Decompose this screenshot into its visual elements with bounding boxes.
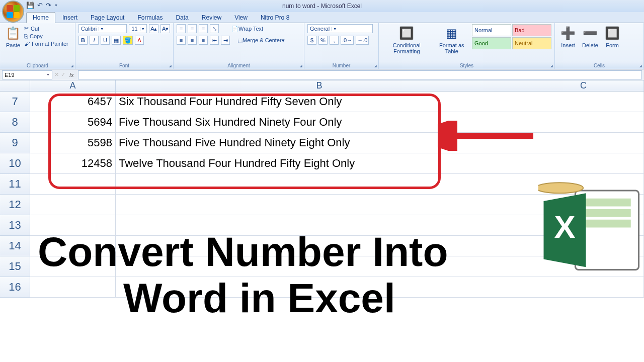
align-bottom-button[interactable]: ≡	[199, 24, 208, 33]
copy-button[interactable]: ⎘Copy	[24, 33, 68, 39]
cell[interactable]: 5598	[30, 133, 116, 153]
row-header[interactable]: 13	[0, 215, 30, 236]
save-icon[interactable]: 💾	[26, 2, 34, 9]
cut-button[interactable]: ✂Cut	[24, 25, 68, 32]
font-color-button[interactable]: A	[135, 36, 144, 45]
tab-home[interactable]: Home	[26, 12, 55, 23]
underline-button[interactable]: U	[101, 36, 110, 45]
align-center-button[interactable]: ≡	[188, 36, 197, 45]
align-top-button[interactable]: ≡	[177, 24, 186, 33]
cell[interactable]	[523, 112, 644, 133]
cell[interactable]	[116, 195, 523, 215]
cell[interactable]: 5694	[30, 112, 116, 133]
column-header-b[interactable]: B	[116, 80, 523, 91]
ribbon-tabs: Home Insert Page Layout Formulas Data Re…	[0, 12, 644, 23]
border-button[interactable]: ▦	[112, 36, 121, 45]
shrink-font-button[interactable]: A▾	[160, 24, 170, 33]
number-format-select[interactable]: General▼	[307, 24, 373, 33]
tab-insert[interactable]: Insert	[56, 13, 84, 23]
cell[interactable]	[523, 133, 644, 153]
format-painter-button[interactable]: 🖌Format Painter	[24, 41, 68, 47]
cell[interactable]	[523, 153, 644, 174]
group-label-number: Number	[304, 63, 378, 68]
italic-button[interactable]: I	[90, 36, 99, 45]
row-header[interactable]: 7	[0, 92, 30, 112]
orientation-button[interactable]: ⤡	[210, 24, 219, 33]
tab-formulas[interactable]: Formulas	[131, 13, 169, 23]
copy-icon: ⎘	[24, 33, 28, 39]
office-button[interactable]	[2, 1, 24, 23]
cell[interactable]	[30, 277, 116, 298]
style-bad[interactable]: Bad	[512, 24, 551, 36]
cell[interactable]: Twelve Thousand Four Hundred Fifty Eight…	[116, 153, 523, 174]
fill-color-button[interactable]: 🪣	[123, 36, 133, 45]
enter-icon: ✓	[61, 71, 65, 78]
row-header[interactable]: 11	[0, 174, 30, 195]
align-middle-button[interactable]: ≡	[188, 24, 197, 33]
row-header[interactable]: 14	[0, 236, 30, 256]
row-header[interactable]: 15	[0, 256, 30, 277]
cell[interactable]	[523, 92, 644, 112]
grow-font-button[interactable]: A▴	[149, 24, 158, 33]
style-good[interactable]: Good	[472, 37, 511, 49]
cell[interactable]	[30, 195, 116, 215]
increase-indent-button[interactable]: ⇥	[221, 36, 230, 45]
qat-dropdown-icon[interactable]: ▼	[54, 4, 58, 7]
merge-center-button[interactable]: ⬚ Merge & Center ▾	[236, 36, 286, 45]
cell[interactable]: Five Thousand Five Hundred Ninety Eight …	[116, 133, 523, 153]
increase-decimal-button[interactable]: .0→	[341, 36, 354, 45]
style-normal[interactable]: Normal	[472, 24, 511, 36]
currency-button[interactable]: $	[307, 36, 316, 45]
font-size-select[interactable]: 11▼	[129, 24, 147, 33]
row-header[interactable]: 8	[0, 112, 30, 133]
row-header[interactable]: 10	[0, 153, 30, 174]
tab-review[interactable]: Review	[196, 13, 227, 23]
format-as-table-button[interactable]: ▦Format as Table	[434, 24, 470, 55]
cell[interactable]	[116, 174, 523, 195]
row-header[interactable]: 9	[0, 133, 30, 153]
brush-icon: 🖌	[24, 41, 30, 47]
bold-button[interactable]: B	[78, 36, 88, 45]
decrease-indent-button[interactable]: ⇤	[210, 36, 219, 45]
font-name-select[interactable]: Calibri▼	[78, 24, 127, 33]
cell[interactable]: Five Thousand Six Hundred Ninety Four On…	[116, 112, 523, 133]
redo-icon[interactable]: ↷	[46, 2, 51, 9]
format-cells-button[interactable]: 🔲Form	[602, 24, 622, 49]
wrap-text-button[interactable]: 📄 Wrap Text	[230, 24, 265, 33]
cell[interactable]	[30, 174, 116, 195]
cell[interactable]: Six Thousand Four Hundred Fifty Seven On…	[116, 92, 523, 112]
tab-nitro[interactable]: Nitro Pro 8	[255, 13, 295, 23]
formula-input[interactable]	[78, 70, 642, 79]
undo-icon[interactable]: ↶	[37, 2, 43, 9]
delete-cells-button[interactable]: ➖Delete	[580, 24, 600, 49]
name-box[interactable]: E19▼	[2, 70, 52, 79]
column-header-a[interactable]: A	[30, 80, 116, 91]
ribbon: 📋 Paste ✂Cut ⎘Copy 🖌Format Painter Clipb…	[0, 23, 644, 69]
cell[interactable]: 6457	[30, 92, 116, 112]
tab-view[interactable]: View	[228, 13, 254, 23]
group-label-alignment: Alignment	[174, 63, 304, 68]
paste-button[interactable]: 📋 Paste	[3, 24, 23, 49]
align-right-button[interactable]: ≡	[199, 36, 208, 45]
fx-button[interactable]: fx	[69, 72, 74, 78]
comma-button[interactable]: ,	[330, 36, 339, 45]
tab-page-layout[interactable]: Page Layout	[85, 13, 130, 23]
decrease-decimal-button[interactable]: ←.0	[356, 36, 369, 45]
cell[interactable]: 12458	[30, 153, 116, 174]
conditional-formatting-button[interactable]: 🔲Conditional Formatting	[382, 24, 432, 55]
format-icon: 🔲	[604, 25, 620, 41]
select-all-corner[interactable]	[0, 80, 30, 91]
percent-button[interactable]: %	[318, 36, 328, 45]
overlay-text-line2: Word in Excel	[123, 278, 395, 319]
group-label-clipboard: Clipboard	[0, 63, 75, 68]
cancel-icon: ✕	[54, 71, 59, 78]
insert-cells-button[interactable]: ➕Insert	[558, 24, 578, 49]
insert-icon: ➕	[560, 25, 576, 41]
group-label-cells: Cells	[555, 63, 643, 68]
row-header[interactable]: 16	[0, 277, 30, 298]
column-header-c[interactable]: C	[523, 80, 644, 91]
align-left-button[interactable]: ≡	[177, 36, 186, 45]
tab-data[interactable]: Data	[170, 13, 194, 23]
row-header[interactable]: 12	[0, 195, 30, 215]
style-neutral[interactable]: Neutral	[512, 37, 551, 49]
